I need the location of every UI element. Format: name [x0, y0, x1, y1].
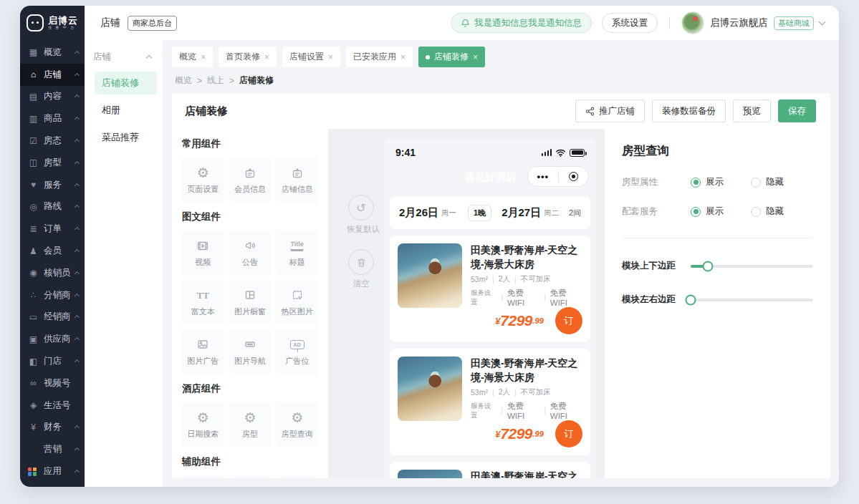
radio-show[interactable]: 展示 — [691, 205, 724, 218]
logo-icon — [27, 14, 44, 32]
close-icon[interactable]: × — [328, 52, 333, 62]
sidebar-item-distributor[interactable]: ∴分销商 — [20, 284, 85, 306]
component-ad-slot[interactable]: AD广告位 — [276, 329, 318, 374]
chevron-down-icon[interactable] — [819, 18, 826, 25]
sidebar-item-store[interactable]: ◧门店 — [20, 350, 85, 372]
sidebar-item-shop[interactable]: ⌂店铺 — [20, 64, 85, 86]
notification-pill[interactable]: 我是通知信息我是通知信息 — [451, 13, 592, 33]
component-room-type[interactable]: ⚙房型 — [229, 402, 272, 447]
backup-button[interactable]: 装修数据备份 — [652, 100, 726, 122]
component-divider-line[interactable]: 辅助线 — [182, 475, 224, 478]
room-card[interactable]: 田美澳-野奢海岸-天空之境-海景大床房 53m²|2人|不可加床 服务设置|免费… — [390, 462, 590, 478]
promote-shop-button[interactable]: 推广店铺 — [575, 100, 645, 122]
sidebar-item-verifier[interactable]: ◉核销员 — [20, 262, 85, 284]
settings-title: 房型查询 — [622, 143, 813, 159]
main-area: 概览× 首页装修× 店铺设置× 已安装应用× 店铺装修× 概览 > 线上 > 店… — [163, 40, 839, 487]
sidebar-item-overview[interactable]: ▦概览 — [20, 42, 85, 64]
sidebar-item-dealer[interactable]: ▭经销商 — [20, 306, 85, 329]
component-hotzone[interactable]: 热区图片 — [276, 280, 318, 324]
chevron-up-icon — [75, 337, 80, 342]
submenu-title: 店铺 — [93, 51, 111, 63]
slider-handle[interactable] — [702, 261, 713, 271]
component-title[interactable]: Title标题 — [276, 231, 318, 275]
sidebar-item-apps[interactable]: 应用 — [20, 460, 85, 483]
clear-button[interactable]: 清空 — [347, 249, 375, 289]
chevron-up-icon[interactable] — [146, 55, 152, 61]
apps-grid-icon — [28, 467, 37, 476]
wifi-icon — [555, 149, 566, 157]
tab-shop-decoration[interactable]: 店铺装修× — [418, 47, 485, 67]
sidebar-item-video-channel[interactable]: ∞视频号 — [20, 372, 85, 394]
component-image-window[interactable]: 图片橱窗 — [229, 280, 272, 324]
close-target-icon[interactable] — [559, 172, 589, 181]
share-icon — [585, 107, 595, 116]
preview-button[interactable]: 预览 — [733, 100, 771, 122]
shop-badge-icon — [290, 165, 304, 180]
sidebar-item-room-type[interactable]: ◫房型 — [20, 152, 85, 174]
radio-show[interactable]: 展示 — [691, 176, 724, 188]
component-customer-service[interactable]: 客服 — [276, 475, 318, 478]
component-shop-info[interactable]: 店铺信息 — [276, 158, 318, 202]
component-announcement[interactable]: 公告 — [229, 231, 272, 275]
tab-overview[interactable]: 概览× — [172, 47, 213, 67]
slider-handle[interactable] — [686, 294, 696, 305]
sidebar-item-content[interactable]: ▤内容 — [20, 86, 85, 108]
radio-hide[interactable]: 隐藏 — [751, 176, 784, 188]
submenu-item-album[interactable]: 相册 — [95, 99, 157, 122]
slider-track[interactable] — [691, 265, 813, 268]
breadcrumb-overview[interactable]: 概览 — [175, 74, 192, 87]
sidebar-item-goods[interactable]: ▥商品 — [20, 107, 85, 130]
room-card[interactable]: 田美澳-野奢海岸-天空之境-海景大床房 53m²|2人|不可加床 服务设置|免费… — [390, 236, 590, 342]
component-date-search[interactable]: ⚙日期搜索 — [182, 402, 224, 447]
sidebar-item-supplier[interactable]: ▣供应商 — [20, 328, 85, 350]
component-member-info[interactable]: 会员信息 — [229, 158, 272, 202]
sidebar-item-service[interactable]: ♥服务 — [20, 174, 85, 196]
tab-shop-settings[interactable]: 店铺设置× — [282, 47, 340, 67]
page-title: 店铺装修 — [185, 105, 228, 118]
more-dots-icon[interactable]: ••• — [528, 171, 558, 182]
date-search-widget[interactable]: 2月26日 周一 1晚 2月27日 周二 2间 — [390, 197, 590, 229]
room-price: 7299 — [500, 312, 532, 329]
room-title: 田美澳-野奢海岸-天空之境-海景大床房 — [471, 243, 582, 271]
component-blank-space[interactable]: 辅助空白 — [229, 475, 272, 478]
close-icon[interactable]: × — [264, 52, 269, 62]
sidebar-item-finance[interactable]: ¥财务 — [20, 417, 85, 439]
close-icon[interactable]: × — [473, 52, 478, 62]
tab-installed-apps[interactable]: 已安装应用× — [346, 47, 413, 67]
phone-preview: 9:41 遇见好酒店 ••• — [384, 139, 596, 478]
tab-home-decoration[interactable]: 首页装修× — [219, 47, 277, 67]
component-image-nav[interactable]: 图片导航 — [229, 329, 272, 374]
restore-default-button[interactable]: ↺ 恢复默认 — [347, 195, 375, 235]
sidebar-item-order[interactable]: ≣订单 — [20, 218, 85, 240]
component-page-settings[interactable]: ⚙页面设置 — [182, 158, 224, 202]
order-button[interactable]: 订 — [555, 307, 582, 334]
close-icon[interactable]: × — [201, 52, 206, 62]
component-richtext[interactable]: TT富文本 — [182, 280, 224, 324]
room-price: 7299 — [500, 425, 532, 442]
status-time: 9:41 — [395, 147, 416, 158]
account-menu[interactable]: 启博云旗舰店 基础商城 — [681, 11, 839, 34]
component-image-ad[interactable]: 图片广告 — [182, 329, 224, 374]
system-settings-button[interactable]: 系统设置 — [602, 13, 658, 33]
breadcrumb-online[interactable]: 线上 — [207, 74, 224, 87]
save-button[interactable]: 保存 — [778, 100, 816, 122]
sidebar-item-member[interactable]: ♟会员 — [20, 240, 85, 262]
image-ad-icon — [196, 336, 210, 352]
radio-icon — [751, 207, 761, 217]
sidebar-item-room-status[interactable]: ☑房态 — [20, 130, 85, 152]
close-icon[interactable]: × — [400, 52, 405, 62]
submenu-item-decoration[interactable]: 店铺装修 — [95, 72, 157, 94]
submenu-item-dish-recommend[interactable]: 菜品推荐 — [95, 126, 157, 149]
radio-hide[interactable]: 隐藏 — [751, 205, 784, 218]
section-title: 图文组件 — [182, 210, 318, 223]
slider-track[interactable] — [691, 299, 813, 301]
overview-icon: ▦ — [28, 47, 39, 57]
gear-icon: ⚙ — [197, 410, 209, 425]
component-room-query[interactable]: ⚙房型查询 — [276, 402, 318, 447]
sidebar-item-life-account[interactable]: ◈生活号 — [20, 394, 85, 417]
room-card[interactable]: 田美澳-野奢海岸-天空之境-海景大床房 53m²|2人|不可加床 服务设置|免费… — [390, 349, 590, 455]
component-video[interactable]: 视频 — [182, 231, 224, 275]
sidebar-item-route[interactable]: ◎路线 — [20, 196, 85, 218]
order-button[interactable]: 订 — [555, 420, 582, 447]
sidebar-item-marketing[interactable]: 营销 — [20, 438, 85, 460]
